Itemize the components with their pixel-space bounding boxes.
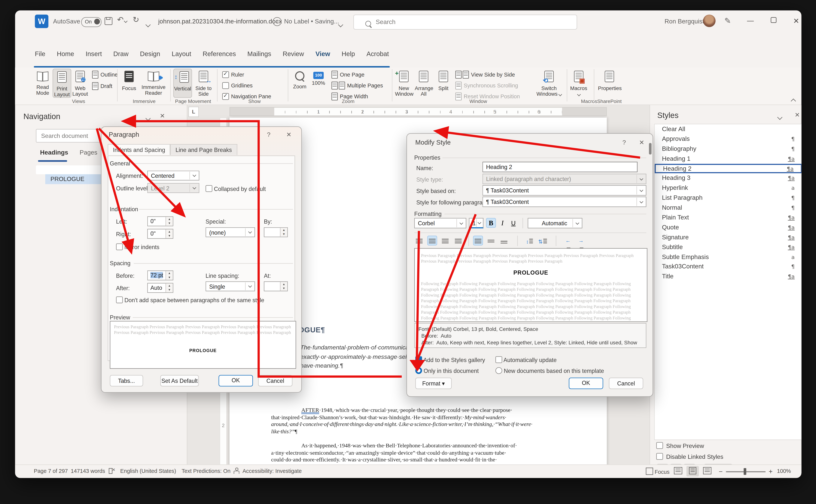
read-mode-button[interactable]: Read Mode [34, 69, 51, 97]
print-layout-button[interactable]: Print Layout [53, 69, 71, 98]
style-list-item[interactable]: Heading 1 ¶a [655, 154, 801, 164]
read-mode-view-button[interactable] [672, 466, 684, 476]
style-list-item[interactable]: Subtle Emphasis a [655, 252, 801, 262]
outline-button[interactable]: Outline [92, 70, 118, 79]
align-left-button[interactable] [414, 236, 424, 246]
switch-windows-button[interactable]: ⟲Switch Windows [536, 69, 563, 97]
increase-space-before-button[interactable]: ↕ [525, 236, 535, 246]
ribbon-tab[interactable]: View [314, 48, 331, 60]
set-as-default-button[interactable]: Set As Default [160, 375, 199, 386]
vertical-button[interactable]: ↕Vertical [173, 69, 192, 98]
collapsed-by-default-checkbox[interactable]: Collapsed by default [205, 185, 266, 192]
decrease-indent-button[interactable]: ← [563, 236, 573, 246]
style-list-item[interactable]: Bibliography ¶ [655, 144, 801, 154]
ribbon-tab[interactable]: Insert [85, 48, 103, 60]
style-list-item[interactable]: Plain Text ¶a [655, 213, 801, 222]
style-list-item[interactable]: Task03Content ¶ [655, 262, 801, 272]
tabs-button[interactable]: Tabs... [110, 375, 143, 386]
by-spinner[interactable]: ▲▼ [264, 227, 288, 237]
presenter-pen-icon[interactable]: ✎ [724, 16, 731, 26]
help-icon[interactable]: ? [622, 139, 626, 146]
navigation-pane-chevron-icon[interactable] [146, 114, 150, 122]
autosave-toggle[interactable]: On [81, 17, 101, 27]
ribbon-tab[interactable]: Help [340, 48, 356, 60]
label-chevron-icon[interactable] [339, 19, 342, 29]
ok-button[interactable]: OK [569, 378, 603, 389]
save-icon[interactable] [104, 17, 112, 25]
style-list-item[interactable]: Hyperlink a [655, 183, 801, 193]
automatically-update-checkbox[interactable]: Automatically update [496, 356, 557, 363]
word-count[interactable]: 147143 words [71, 468, 105, 474]
dialog-tab[interactable]: Line and Page Breaks [170, 144, 237, 155]
navigation-pane-close-icon[interactable]: ✕ [160, 112, 165, 120]
one-half-spacing-button[interactable] [486, 236, 496, 246]
help-icon[interactable]: ? [267, 131, 271, 138]
spacing-after-spinner[interactable]: Auto▲▼ [147, 283, 173, 293]
proofing-errors-icon[interactable] [109, 468, 116, 474]
dialog-tab[interactable]: Indents and Spacing [108, 144, 170, 155]
ok-button[interactable]: OK [219, 375, 253, 386]
close-button[interactable]: ✕ [788, 14, 801, 28]
cancel-button[interactable]: Cancel [258, 375, 292, 386]
ribbon-tab[interactable]: Draw [112, 48, 129, 60]
focus-mode-button[interactable]: Focus [646, 468, 669, 475]
description-scrollbar[interactable] [649, 143, 652, 155]
redo-icon[interactable]: ↻ [133, 15, 139, 24]
accessibility-indicator[interactable]: Accessibility: Investigate [242, 468, 302, 474]
style-following-dropdown[interactable]: ¶ Task03Content [483, 197, 646, 207]
quick-access-chevron-icon[interactable] [146, 19, 150, 29]
user-name[interactable]: Ron Bergquist [665, 18, 704, 25]
spacing-before-spinner[interactable]: 72 pt▲▼ [147, 270, 173, 280]
dont-add-space-checkbox[interactable]: Don't add space between paragraphs of th… [116, 297, 264, 303]
dialog-close-icon[interactable]: ✕ [286, 131, 291, 138]
print-layout-view-button[interactable] [687, 466, 699, 476]
indent-left-spinner[interactable]: 0"▲▼ [147, 216, 173, 226]
view-side-by-side-button[interactable]: View Side by Side [455, 70, 515, 79]
style-based-on-dropdown[interactable]: ¶ Task03Content [483, 185, 646, 195]
new-documents-radio[interactable]: New documents based on this template [496, 367, 604, 374]
collapse-ribbon-chevron-icon[interactable] [792, 96, 795, 105]
undo-icon[interactable]: ↶ [117, 15, 127, 24]
style-list-item[interactable]: Normal ¶ [655, 203, 801, 213]
single-spacing-button[interactable] [473, 236, 483, 246]
ribbon-tab[interactable]: Design [139, 48, 161, 60]
font-color-dropdown[interactable]: Automatic [528, 218, 582, 228]
bold-button[interactable]: B [486, 218, 496, 228]
draft-button[interactable]: Draft [92, 81, 112, 91]
double-spacing-button[interactable] [499, 236, 509, 246]
styles-pane-close-icon[interactable]: ✕ [795, 111, 800, 119]
style-list-item[interactable]: Quote ¶a [655, 223, 801, 232]
at-spinner[interactable]: ▲▼ [264, 281, 288, 291]
line-spacing-dropdown[interactable]: Single [205, 281, 255, 291]
properties-button[interactable]: Properties [598, 69, 621, 97]
web-layout-view-button[interactable] [701, 466, 714, 476]
text-predictions-indicator[interactable]: Text Predictions: On [182, 468, 231, 474]
zoom-out-button[interactable]: − [719, 468, 723, 475]
dialog-close-icon[interactable]: ✕ [639, 139, 644, 146]
align-center-button[interactable] [427, 236, 437, 246]
style-name-input[interactable]: Heading 2 [483, 162, 638, 172]
focus-button[interactable]: Focus [120, 69, 138, 97]
web-layout-button[interactable]: ⊕Web Layout [71, 69, 89, 97]
style-list-item[interactable]: List Paragraph ¶ [655, 193, 801, 203]
one-page-button[interactable]: One Page [331, 70, 364, 79]
style-list-item[interactable]: Approvals ¶ [655, 134, 801, 144]
only-in-document-radio[interactable]: Only in this document [415, 367, 479, 374]
restore-button[interactable] [766, 14, 781, 28]
multiple-pages-button[interactable]: Multiple Pages [331, 81, 383, 90]
language-indicator[interactable]: English (United States) [120, 468, 176, 474]
zoom-button[interactable]: Zoom [291, 69, 308, 97]
ribbon-tab[interactable]: Acrobat [365, 48, 390, 60]
style-list-item[interactable]: Title ¶a [655, 272, 801, 281]
underline-button[interactable]: U [509, 218, 518, 228]
add-to-gallery-checkbox[interactable]: Add to the Styles gallery [415, 356, 485, 363]
word-logo-icon[interactable]: W [35, 15, 48, 28]
disable-linked-styles-checkbox[interactable]: Disable Linked Styles [656, 453, 724, 460]
split-button[interactable]: Split [435, 69, 452, 97]
style-list-item[interactable]: Signature ¶a [655, 232, 801, 242]
arrange-all-button[interactable]: Arrange All [415, 69, 433, 97]
zoom-in-button[interactable]: + [769, 468, 773, 475]
mirror-indents-checkbox[interactable]: Mirror indents [116, 243, 159, 250]
decrease-space-before-button[interactable]: ⇅ [538, 236, 548, 246]
ribbon-tab[interactable]: File [34, 48, 46, 60]
